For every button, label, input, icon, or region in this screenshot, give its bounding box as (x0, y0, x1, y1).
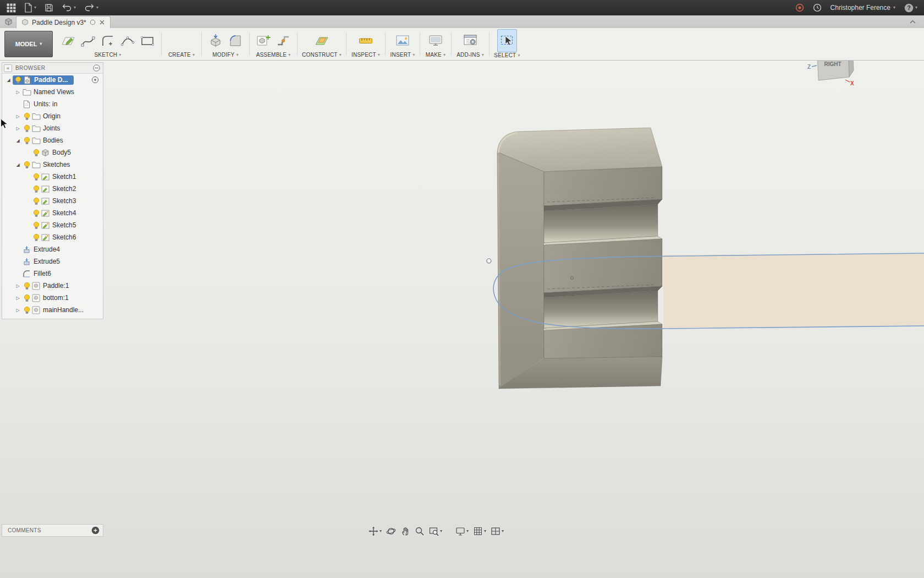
browser-item[interactable]: ▷Joints (2, 122, 103, 134)
visibility-bulb-icon[interactable] (22, 294, 31, 302)
visibility-bulb-icon[interactable] (31, 149, 41, 157)
scripts-addins-button[interactable] (460, 30, 480, 52)
data-panel-toggle-icon[interactable] (4, 18, 13, 26)
insert-image-button[interactable] (393, 30, 413, 52)
browser-item[interactable]: ▷Named Views (2, 86, 103, 98)
visibility-bulb-icon[interactable] (22, 282, 31, 290)
tab-close-button[interactable] (99, 19, 105, 25)
toolbar-menu-inspect[interactable]: INSPECT▾ (351, 52, 380, 58)
activate-component-radio[interactable] (91, 76, 99, 84)
sketch-region-fill[interactable] (663, 254, 924, 328)
toolbar-menu-select[interactable]: SELECT▾ (494, 52, 520, 58)
file-menu-button[interactable]: ▾ (24, 3, 36, 13)
free-orbit-button[interactable] (385, 525, 397, 537)
make-button[interactable] (426, 30, 446, 52)
comments-bar[interactable]: COMMENTS (2, 524, 103, 537)
visibility-bulb-icon[interactable] (22, 306, 31, 314)
visibility-bulb-icon[interactable] (31, 209, 41, 217)
toolbar-menu-construct[interactable]: CONSTRUCT▾ (302, 52, 342, 58)
browser-item[interactable]: ◢Paddle D... (2, 74, 103, 86)
expander-icon[interactable]: ▷ (14, 90, 22, 95)
sketch-point-marker[interactable] (487, 259, 491, 263)
fillet-button[interactable] (226, 30, 245, 52)
record-button[interactable] (795, 3, 804, 12)
browser-item[interactable]: Units: in (2, 98, 103, 110)
visibility-bulb-icon[interactable] (22, 124, 31, 133)
expander-icon[interactable]: ▷ (14, 126, 22, 131)
expander-icon[interactable]: ▷ (14, 296, 22, 301)
browser-item[interactable]: Sketch4 (2, 207, 103, 219)
help-menu[interactable]: ? ▾ (904, 3, 917, 13)
arc-button[interactable] (118, 30, 138, 52)
visibility-bulb-icon[interactable] (22, 112, 31, 121)
select-tool-button[interactable] (497, 29, 517, 52)
visibility-bulb-icon[interactable] (31, 185, 41, 193)
construct-plane-button[interactable] (312, 30, 332, 52)
browser-item[interactable]: Body5 (2, 146, 103, 159)
viewports-button[interactable]: ▾ (490, 525, 505, 537)
toolbar-menu-sketch[interactable]: SKETCH▾ (95, 52, 122, 58)
orbit-mode-button[interactable]: ▾ (367, 525, 383, 537)
folder-icon (22, 88, 31, 96)
visibility-bulb-icon[interactable] (31, 221, 41, 230)
expander-icon[interactable]: ▷ (14, 283, 22, 288)
viewport-canvas[interactable] (0, 0, 924, 578)
toolbar-menu-modify[interactable]: MODIFY▾ (212, 52, 238, 58)
zoom-window-button[interactable]: ▾ (428, 525, 443, 537)
visibility-bulb-icon[interactable] (22, 161, 31, 169)
pan-hand-button[interactable] (399, 525, 411, 537)
browser-item[interactable]: Extrude4 (2, 243, 103, 255)
collapse-browser-button[interactable]: « (4, 64, 12, 72)
spline-button[interactable] (78, 30, 98, 52)
press-pull-button[interactable] (206, 30, 226, 52)
expander-icon[interactable]: ◢ (14, 138, 22, 143)
browser-item[interactable]: ▷mainHandle... (2, 304, 103, 316)
browser-item[interactable]: ▷Origin (2, 110, 103, 122)
browser-item[interactable]: Fillet6 (2, 268, 103, 280)
app-grid-button[interactable] (7, 3, 16, 13)
expander-icon[interactable]: ◢ (4, 78, 13, 83)
browser-item[interactable]: Sketch5 (2, 219, 103, 231)
browser-item[interactable]: ◢Bodies (2, 134, 103, 146)
create-sketch-button[interactable] (58, 30, 78, 52)
rectangle-button[interactable] (138, 30, 157, 52)
zoom-button[interactable] (414, 525, 426, 537)
browser-item[interactable]: ◢Sketches (2, 159, 103, 171)
visibility-bulb-icon[interactable] (22, 137, 31, 145)
expander-icon[interactable]: ▷ (14, 114, 22, 119)
add-comment-button[interactable] (91, 526, 100, 535)
display-settings-button[interactable]: ▾ (454, 525, 470, 537)
browser-item[interactable]: Sketch2 (2, 183, 103, 195)
recent-activity-button[interactable] (813, 3, 822, 12)
browser-item[interactable]: Sketch1 (2, 171, 103, 183)
browser-item[interactable]: Sketch6 (2, 231, 103, 243)
visibility-bulb-icon[interactable] (31, 197, 41, 205)
sketch-fillet-button[interactable] (98, 30, 118, 52)
visibility-bulb-icon[interactable] (31, 173, 41, 181)
toolbar-menu-make[interactable]: MAKE▾ (426, 52, 446, 58)
joint-button[interactable] (273, 30, 293, 52)
document-tab[interactable]: Paddle Design v3* (16, 16, 111, 28)
measure-button[interactable] (356, 30, 376, 52)
browser-item[interactable]: Extrude5 (2, 255, 103, 268)
user-menu[interactable]: Christopher Ference ▾ (831, 4, 895, 12)
browser-item[interactable]: ▷bottom:1 (2, 292, 103, 304)
visibility-bulb-icon[interactable] (13, 76, 23, 84)
undo-button[interactable]: ▾ (62, 4, 76, 12)
collapse-toolbar-button[interactable] (909, 19, 916, 24)
save-button[interactable] (45, 3, 53, 12)
workspace-switcher[interactable]: MODEL▾ (4, 31, 53, 57)
new-component-button[interactable] (254, 30, 273, 52)
browser-minimize-button[interactable] (93, 64, 100, 72)
grid-settings-button[interactable]: ▾ (472, 525, 487, 537)
visibility-bulb-icon[interactable] (31, 233, 41, 242)
toolbar-menu-create[interactable]: CREATE▾ (168, 52, 195, 58)
toolbar-menu-assemble[interactable]: ASSEMBLE▾ (256, 52, 291, 58)
toolbar-menu-insert[interactable]: INSERT▾ (391, 52, 415, 58)
expander-icon[interactable]: ▷ (14, 308, 22, 313)
redo-button[interactable]: ▾ (84, 4, 98, 12)
toolbar-menu-addins[interactable]: ADD-INS▾ (457, 52, 484, 58)
browser-item[interactable]: ▷Paddle:1 (2, 280, 103, 292)
expander-icon[interactable]: ◢ (14, 162, 22, 167)
browser-item[interactable]: Sketch3 (2, 195, 103, 207)
